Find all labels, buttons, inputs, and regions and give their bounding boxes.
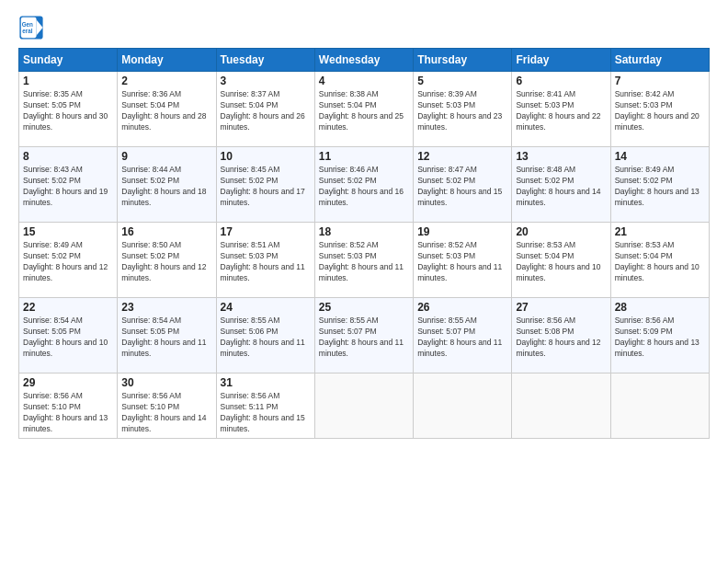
calendar-cell: 30Sunrise: 8:56 AMSunset: 5:10 PMDayligh…: [118, 373, 216, 439]
day-info: Sunrise: 8:56 AMSunset: 5:09 PMDaylight:…: [615, 316, 705, 360]
calendar-cell: 23Sunrise: 8:54 AMSunset: 5:05 PMDayligh…: [118, 298, 216, 373]
week-row-5: 29Sunrise: 8:56 AMSunset: 5:10 PMDayligh…: [19, 373, 710, 439]
day-number: 28: [615, 301, 705, 314]
day-number: 23: [121, 301, 211, 314]
day-number: 8: [23, 150, 113, 163]
day-info: Sunrise: 8:56 AMSunset: 5:08 PMDaylight:…: [516, 316, 606, 360]
day-number: 2: [121, 75, 211, 87]
calendar-cell: 19Sunrise: 8:52 AMSunset: 5:03 PMDayligh…: [414, 223, 512, 298]
calendar-cell: 12Sunrise: 8:47 AMSunset: 5:02 PMDayligh…: [414, 147, 512, 223]
calendar-cell: [414, 373, 512, 439]
day-info: Sunrise: 8:43 AMSunset: 5:02 PMDaylight:…: [23, 165, 113, 209]
calendar-cell: 6Sunrise: 8:41 AMSunset: 5:03 PMDaylight…: [512, 72, 610, 147]
logo: Gen eral: [18, 15, 48, 40]
weekday-header-monday: Monday: [118, 49, 216, 72]
day-number: 29: [23, 376, 113, 389]
day-info: Sunrise: 8:37 AMSunset: 5:04 PMDaylight:…: [221, 89, 311, 133]
day-number: 16: [121, 225, 211, 238]
day-number: 21: [615, 225, 705, 238]
calendar-cell: [512, 373, 610, 439]
day-number: 18: [319, 225, 409, 238]
calendar-cell: [314, 373, 413, 439]
day-info: Sunrise: 8:39 AMSunset: 5:03 PMDaylight:…: [417, 89, 507, 133]
day-number: 20: [516, 225, 606, 238]
calendar-cell: 10Sunrise: 8:45 AMSunset: 5:02 PMDayligh…: [216, 147, 314, 223]
weekday-header-thursday: Thursday: [414, 49, 512, 72]
calendar-cell: 16Sunrise: 8:50 AMSunset: 5:02 PMDayligh…: [118, 223, 216, 298]
day-info: Sunrise: 8:56 AMSunset: 5:10 PMDaylight:…: [23, 391, 113, 435]
day-number: 3: [221, 75, 311, 87]
day-number: 9: [121, 150, 211, 163]
day-info: Sunrise: 8:35 AMSunset: 5:05 PMDaylight:…: [23, 89, 113, 133]
week-row-2: 8Sunrise: 8:43 AMSunset: 5:02 PMDaylight…: [19, 147, 710, 223]
weekday-header-tuesday: Tuesday: [216, 49, 314, 72]
day-number: 10: [221, 150, 311, 163]
day-info: Sunrise: 8:56 AMSunset: 5:11 PMDaylight:…: [221, 391, 311, 435]
day-number: 12: [417, 150, 507, 163]
calendar-cell: 25Sunrise: 8:55 AMSunset: 5:07 PMDayligh…: [314, 298, 413, 373]
day-number: 6: [516, 75, 606, 87]
day-info: Sunrise: 8:49 AMSunset: 5:02 PMDaylight:…: [23, 240, 113, 284]
day-number: 31: [221, 376, 311, 389]
day-info: Sunrise: 8:44 AMSunset: 5:02 PMDaylight:…: [121, 165, 211, 209]
calendar: SundayMondayTuesdayWednesdayThursdayFrid…: [18, 48, 710, 439]
day-number: 14: [615, 150, 705, 163]
weekday-header-saturday: Saturday: [610, 49, 709, 72]
svg-text:Gen: Gen: [22, 21, 33, 28]
calendar-cell: 4Sunrise: 8:38 AMSunset: 5:04 PMDaylight…: [314, 72, 413, 147]
header: Gen eral: [18, 15, 710, 40]
calendar-cell: 3Sunrise: 8:37 AMSunset: 5:04 PMDaylight…: [216, 72, 314, 147]
logo-icon: Gen eral: [18, 15, 44, 40]
day-info: Sunrise: 8:50 AMSunset: 5:02 PMDaylight:…: [121, 240, 211, 284]
day-info: Sunrise: 8:55 AMSunset: 5:07 PMDaylight:…: [417, 316, 507, 360]
calendar-cell: 27Sunrise: 8:56 AMSunset: 5:08 PMDayligh…: [512, 298, 610, 373]
day-number: 27: [516, 301, 606, 314]
calendar-cell: 31Sunrise: 8:56 AMSunset: 5:11 PMDayligh…: [216, 373, 314, 439]
day-info: Sunrise: 8:36 AMSunset: 5:04 PMDaylight:…: [121, 89, 211, 133]
weekday-header-row: SundayMondayTuesdayWednesdayThursdayFrid…: [19, 49, 710, 72]
calendar-cell: 8Sunrise: 8:43 AMSunset: 5:02 PMDaylight…: [19, 147, 118, 223]
calendar-cell: 14Sunrise: 8:49 AMSunset: 5:02 PMDayligh…: [610, 147, 709, 223]
calendar-cell: 15Sunrise: 8:49 AMSunset: 5:02 PMDayligh…: [19, 223, 118, 298]
day-number: 5: [417, 75, 507, 87]
day-number: 24: [221, 301, 311, 314]
weekday-header-sunday: Sunday: [19, 49, 118, 72]
weekday-header-wednesday: Wednesday: [314, 49, 413, 72]
day-info: Sunrise: 8:41 AMSunset: 5:03 PMDaylight:…: [516, 89, 606, 133]
day-info: Sunrise: 8:48 AMSunset: 5:02 PMDaylight:…: [516, 165, 606, 209]
calendar-cell: 28Sunrise: 8:56 AMSunset: 5:09 PMDayligh…: [610, 298, 709, 373]
calendar-cell: 11Sunrise: 8:46 AMSunset: 5:02 PMDayligh…: [314, 147, 413, 223]
page: Gen eral SundayMondayTuesdayWednesdayThu…: [0, 0, 728, 563]
day-info: Sunrise: 8:38 AMSunset: 5:04 PMDaylight:…: [319, 89, 409, 133]
day-info: Sunrise: 8:42 AMSunset: 5:03 PMDaylight:…: [615, 89, 705, 133]
day-info: Sunrise: 8:49 AMSunset: 5:02 PMDaylight:…: [615, 165, 705, 209]
day-info: Sunrise: 8:47 AMSunset: 5:02 PMDaylight:…: [417, 165, 507, 209]
svg-text:eral: eral: [22, 28, 32, 34]
day-number: 17: [221, 225, 311, 238]
week-row-1: 1Sunrise: 8:35 AMSunset: 5:05 PMDaylight…: [19, 72, 710, 147]
day-info: Sunrise: 8:52 AMSunset: 5:03 PMDaylight:…: [319, 240, 409, 284]
day-number: 4: [319, 75, 409, 87]
calendar-cell: 17Sunrise: 8:51 AMSunset: 5:03 PMDayligh…: [216, 223, 314, 298]
calendar-cell: 1Sunrise: 8:35 AMSunset: 5:05 PMDaylight…: [19, 72, 118, 147]
day-number: 13: [516, 150, 606, 163]
week-row-3: 15Sunrise: 8:49 AMSunset: 5:02 PMDayligh…: [19, 223, 710, 298]
weekday-header-friday: Friday: [512, 49, 610, 72]
calendar-cell: 13Sunrise: 8:48 AMSunset: 5:02 PMDayligh…: [512, 147, 610, 223]
calendar-cell: [610, 373, 709, 439]
calendar-cell: 5Sunrise: 8:39 AMSunset: 5:03 PMDaylight…: [414, 72, 512, 147]
calendar-cell: 20Sunrise: 8:53 AMSunset: 5:04 PMDayligh…: [512, 223, 610, 298]
calendar-cell: 29Sunrise: 8:56 AMSunset: 5:10 PMDayligh…: [19, 373, 118, 439]
calendar-cell: 24Sunrise: 8:55 AMSunset: 5:06 PMDayligh…: [216, 298, 314, 373]
day-info: Sunrise: 8:45 AMSunset: 5:02 PMDaylight:…: [221, 165, 311, 209]
day-info: Sunrise: 8:53 AMSunset: 5:04 PMDaylight:…: [615, 240, 705, 284]
day-number: 22: [23, 301, 113, 314]
day-info: Sunrise: 8:55 AMSunset: 5:06 PMDaylight:…: [221, 316, 311, 360]
day-number: 19: [417, 225, 507, 238]
day-number: 15: [23, 225, 113, 238]
day-info: Sunrise: 8:55 AMSunset: 5:07 PMDaylight:…: [319, 316, 409, 360]
calendar-cell: 7Sunrise: 8:42 AMSunset: 5:03 PMDaylight…: [610, 72, 709, 147]
day-number: 25: [319, 301, 409, 314]
day-info: Sunrise: 8:51 AMSunset: 5:03 PMDaylight:…: [221, 240, 311, 284]
day-info: Sunrise: 8:56 AMSunset: 5:10 PMDaylight:…: [121, 391, 211, 435]
